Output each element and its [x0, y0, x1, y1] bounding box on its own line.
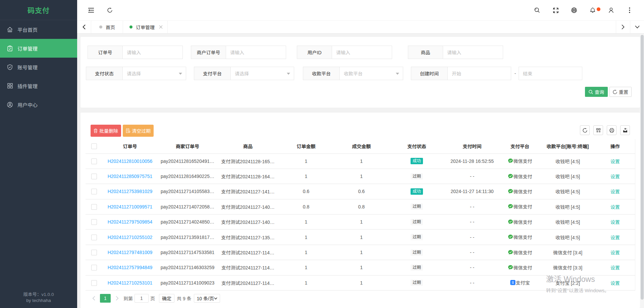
row-checkbox[interactable]: [91, 189, 97, 194]
table-toolbar: 批量删除 清空过期: [91, 125, 154, 137]
settings-link[interactable]: 设置: [610, 159, 620, 164]
settings-link[interactable]: 设置: [610, 250, 620, 255]
input-placeholder: 开始: [452, 70, 461, 77]
sidebar-item-grid[interactable]: 插件管理: [0, 76, 77, 95]
collapse-menu-icon[interactable]: [88, 8, 94, 13]
settings-link[interactable]: 设置: [610, 235, 620, 240]
fullscreen-icon[interactable]: [546, 0, 565, 21]
status-badge: 成功: [411, 158, 423, 164]
table-print-icon[interactable]: [607, 125, 616, 135]
svg-text:支: 支: [511, 280, 515, 285]
order-no-link[interactable]: H2024112710099571: [108, 204, 153, 209]
filter-receive-platform-select[interactable]: 收款平台: [339, 67, 403, 80]
batch-delete-button[interactable]: 批量删除: [91, 125, 121, 137]
goto-page-input[interactable]: [135, 294, 149, 303]
page-current[interactable]: 1: [100, 294, 111, 303]
table-export-icon[interactable]: [620, 125, 630, 135]
search-icon[interactable]: [528, 0, 546, 21]
table-row: H2024112710099571 pay2024112714072058… 支…: [86, 199, 635, 214]
tab-home-dot: [99, 25, 102, 28]
row-checkbox[interactable]: [91, 174, 97, 179]
filter-pay-platform: 支付平台 请选择: [194, 67, 294, 80]
order-no-link[interactable]: H2024112710253101: [108, 280, 153, 286]
tabs-menu-icon[interactable]: [630, 21, 644, 33]
cell-action: 设置: [595, 214, 635, 230]
filter-create-time-end-input[interactable]: 结束: [519, 67, 582, 80]
row-checkbox[interactable]: [91, 235, 97, 240]
table-columns-icon[interactable]: [593, 125, 603, 135]
scrollbar-thumb[interactable]: [641, 35, 644, 300]
cell-platform: 微信支付: [500, 153, 540, 169]
more-vertical-icon[interactable]: [620, 0, 639, 21]
settings-link[interactable]: 设置: [610, 204, 620, 210]
filter-pay-status: 支付状态 请选择: [86, 67, 186, 80]
topbar: [77, 0, 644, 21]
user-icon[interactable]: [602, 0, 620, 21]
order-no-link[interactable]: H2024112797481009: [108, 250, 153, 255]
sidebar-menu: 平台首页 订单管理 账号管理 插件管理 用户中心: [0, 20, 77, 114]
row-checkbox[interactable]: [91, 250, 97, 255]
header-merchant-no: 商家订单号: [158, 139, 217, 153]
scrollbar-track[interactable]: [640, 34, 644, 308]
filter-pay-status-select[interactable]: 请选择: [122, 67, 186, 80]
goto-page-label: 到第: [123, 295, 133, 302]
settings-link[interactable]: 设置: [610, 189, 620, 194]
settings-link[interactable]: 设置: [610, 174, 620, 179]
tabs-scroll-right-icon[interactable]: [616, 21, 630, 33]
clear-expired-button[interactable]: 清空过期: [123, 125, 154, 137]
sidebar-item-clipboard-check[interactable]: 订单管理: [0, 39, 77, 58]
settings-link[interactable]: 设置: [610, 265, 620, 270]
filter-user-id-input[interactable]: 请输入: [332, 46, 392, 59]
tabbar-spacer: [168, 21, 616, 33]
reset-button[interactable]: 重置: [609, 87, 632, 97]
grid-icon: [7, 83, 13, 89]
cell-receiver: 收钱吧 [4:5]: [540, 230, 595, 245]
row-checkbox[interactable]: [91, 159, 97, 164]
sidebar-item-home[interactable]: 平台首页: [0, 20, 77, 39]
cell-status: 成功: [389, 153, 444, 169]
row-checkbox[interactable]: [91, 265, 97, 270]
page-next-icon[interactable]: [115, 296, 120, 301]
table-refresh-icon[interactable]: [580, 125, 590, 135]
order-no-link[interactable]: H2024112757994849: [108, 265, 153, 270]
filter-pay-platform-select[interactable]: 请选择: [230, 67, 294, 80]
tab-order-management[interactable]: 订单管理: [123, 21, 168, 33]
filter-order-no: 订单号 请输入: [88, 46, 183, 59]
select-all-checkbox[interactable]: [91, 143, 97, 149]
row-checkbox[interactable]: [91, 219, 97, 225]
settings-link[interactable]: 设置: [610, 220, 620, 225]
cell-order-no: H2024112810010056: [102, 153, 158, 169]
filter-create-time-start-input[interactable]: 开始: [447, 67, 511, 80]
cell-receiver: 微信支付 [3:3]: [540, 260, 595, 275]
cell-platform: 支支付宝: [500, 275, 540, 290]
filter-merchant-no-input[interactable]: 请输入: [226, 46, 286, 59]
refresh-icon[interactable]: [107, 8, 112, 13]
order-no-link[interactable]: H2024112753981029: [108, 189, 153, 194]
order-no-link[interactable]: H2024112797509854: [108, 219, 153, 225]
tab-close-icon[interactable]: [159, 25, 163, 29]
order-no-link[interactable]: H2024112850975751: [108, 174, 153, 179]
platform-label: 支付宝: [516, 279, 530, 286]
globe-icon[interactable]: [565, 0, 583, 21]
order-no-link[interactable]: H2024112810010056: [108, 159, 153, 164]
search-button[interactable]: 查询: [585, 87, 608, 97]
tab-home[interactable]: 首页: [91, 21, 123, 33]
sidebar-item-label: 平台首页: [17, 26, 38, 33]
tabs-scroll-left-icon[interactable]: [77, 21, 91, 33]
cell-status: 过期: [389, 169, 444, 184]
wechat-icon: [508, 174, 513, 179]
bell-icon[interactable]: [583, 0, 602, 21]
row-checkbox[interactable]: [91, 280, 97, 286]
filter-order-no-input[interactable]: 请输入: [122, 46, 183, 59]
page-prev-icon[interactable]: [91, 296, 96, 301]
cell-order-no: H2024112753981029: [102, 184, 158, 199]
page-size-select[interactable]: 10 条/页: [194, 294, 220, 303]
filter-product-input[interactable]: 请输入: [443, 46, 503, 59]
order-no-link[interactable]: H2024112710255102: [108, 235, 153, 240]
sidebar-item-user-circle[interactable]: 用户中心: [0, 95, 77, 114]
sidebar-item-shield-check[interactable]: 账号管理: [0, 58, 77, 76]
confirm-page-button[interactable]: 确定: [159, 294, 174, 303]
cell-pay-time: - -: [444, 169, 500, 184]
row-checkbox[interactable]: [91, 204, 97, 210]
settings-link[interactable]: 设置: [610, 281, 620, 286]
